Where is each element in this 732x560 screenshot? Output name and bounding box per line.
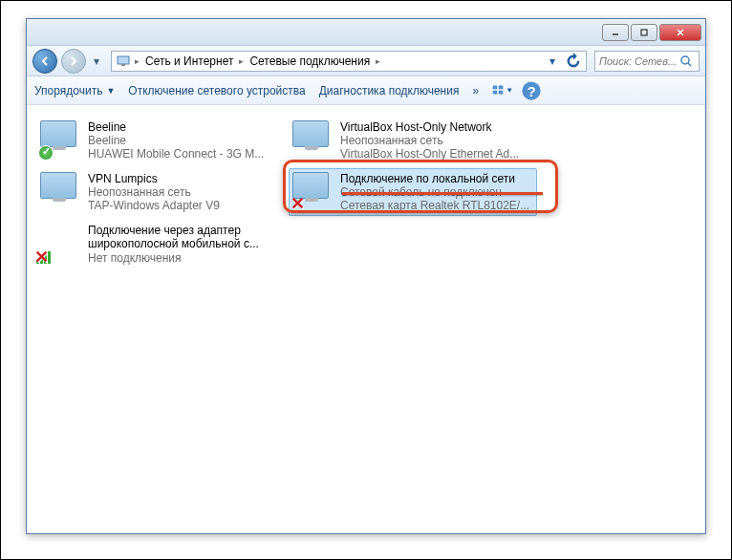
connection-device: Сетевая карта Realtek RTL8102E/...	[340, 199, 533, 212]
refresh-button[interactable]	[565, 53, 582, 70]
svg-rect-5	[121, 64, 125, 66]
svg-point-6	[681, 56, 689, 64]
svg-rect-9	[499, 86, 504, 90]
dropdown-icon[interactable]: ▾	[544, 53, 561, 70]
svg-rect-11	[499, 91, 504, 95]
history-dropdown[interactable]: ▾	[90, 54, 103, 68]
explorer-window: ▾ ▸ Сеть и Интернет ▸ Сетевые подключени…	[26, 18, 706, 534]
connection-name: Beeline	[88, 120, 281, 134]
chevron-icon[interactable]: ▸	[376, 56, 380, 66]
search-box[interactable]	[594, 51, 700, 72]
svg-line-7	[688, 63, 691, 66]
connection-device: VirtualBox Host-Only Ethernet Ad...	[340, 147, 533, 161]
connection-name: VPN Lumpics	[88, 172, 281, 185]
svg-rect-8	[493, 86, 498, 90]
connection-beeline[interactable]: Beeline Beeline HUAWEI Mobile Connect - …	[36, 117, 285, 164]
forward-button[interactable]	[61, 49, 86, 74]
breadcrumb: ▸ Сеть и Интернет ▸ Сетевые подключения …	[135, 54, 380, 68]
connection-name: Подключение через адаптер широкополосной…	[88, 224, 281, 251]
connection-status: Beeline	[88, 134, 281, 147]
minimize-button[interactable]	[602, 24, 629, 41]
svg-rect-4	[118, 56, 129, 64]
toolbar: Упорядочить ▼ Отключение сетевого устрой…	[27, 76, 705, 105]
organize-menu[interactable]: Упорядочить ▼	[34, 84, 115, 97]
breadcrumb-item-network[interactable]: Сеть и Интернет	[141, 54, 237, 68]
search-icon[interactable]	[679, 54, 693, 68]
maximize-button[interactable]	[631, 24, 657, 41]
connection-name: Подключение по локальной сети	[340, 172, 533, 185]
connection-local-area[interactable]: Подключение по локальной сети Сетевой ка…	[289, 168, 537, 216]
view-mode-button[interactable]: ▼	[492, 81, 513, 100]
connection-icon	[40, 120, 80, 161]
svg-rect-10	[493, 91, 498, 95]
diagnose-button[interactable]: Диагностика подключения	[319, 84, 460, 97]
breadcrumb-item-connections[interactable]: Сетевые подключения	[246, 54, 374, 68]
connection-icon	[292, 120, 333, 161]
connection-icon	[40, 172, 80, 212]
chevron-icon[interactable]: ▸	[239, 56, 244, 66]
search-input[interactable]	[599, 55, 676, 67]
connection-name: VirtualBox Host-Only Network	[340, 120, 533, 134]
connection-device: TAP-Windows Adapter V9	[88, 199, 281, 212]
back-button[interactable]	[32, 49, 57, 74]
connection-status: Неопознанная сеть	[88, 185, 281, 199]
svg-rect-1	[641, 30, 647, 35]
disable-device-button[interactable]: Отключение сетевого устройства	[128, 84, 305, 97]
connection-icon	[40, 224, 80, 264]
network-icon	[116, 54, 131, 69]
connection-status: Сетевой кабель не подключен	[340, 185, 533, 199]
titlebar	[27, 19, 705, 46]
connection-status: Неопознанная сеть	[340, 134, 533, 147]
navbar: ▾ ▸ Сеть и Интернет ▸ Сетевые подключени…	[27, 46, 705, 76]
connection-device: HUAWEI Mobile Connect - 3G M...	[88, 147, 281, 161]
connection-icon	[292, 172, 333, 212]
close-button[interactable]	[659, 24, 701, 41]
connection-vpn-lumpics[interactable]: VPN Lumpics Неопознанная сеть TAP-Window…	[36, 168, 285, 216]
more-commands[interactable]: »	[472, 84, 479, 97]
connection-status: Нет подключения	[88, 251, 281, 265]
chevron-icon[interactable]: ▸	[135, 56, 140, 66]
svg-text:?: ?	[527, 82, 536, 98]
connection-mobile-broadband[interactable]: Подключение через адаптер широкополосной…	[36, 220, 285, 269]
address-bar[interactable]: ▸ Сеть и Интернет ▸ Сетевые подключения …	[111, 51, 587, 72]
help-button[interactable]: ?	[521, 81, 542, 100]
connection-virtualbox[interactable]: VirtualBox Host-Only Network Неопознанна…	[289, 117, 537, 164]
content-area: Beeline Beeline HUAWEI Mobile Connect - …	[27, 107, 705, 533]
